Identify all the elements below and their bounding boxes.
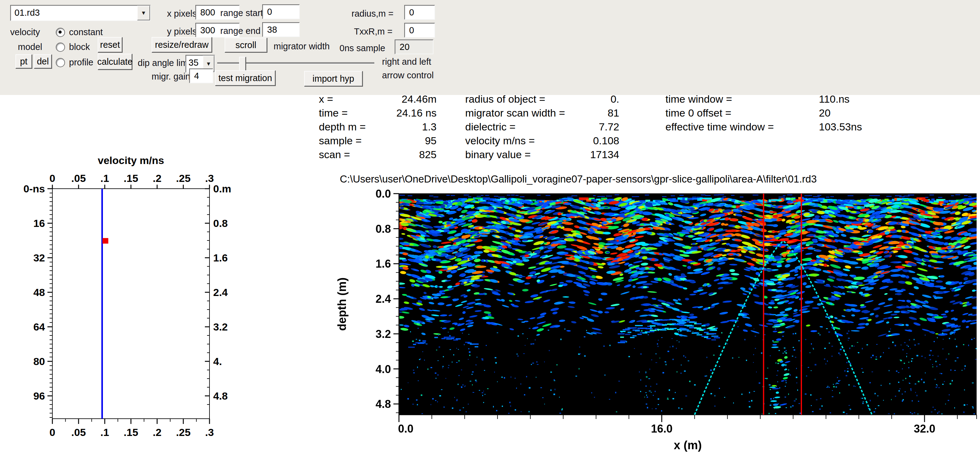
readout-column-2: radius of object =0.migrator scan width … [465,93,619,163]
tick-label: 32 [33,252,45,264]
tick-label: .05 [71,426,86,438]
readout-label: depth m = [319,121,396,135]
tick-label: 0.8 [213,217,228,229]
file-select-dropdown-icon[interactable]: ▼ [137,6,150,20]
readout-label: dielectric = [465,121,589,135]
tick-label: 0.m [213,183,231,195]
readout-value: 0.108 [589,135,619,149]
readout-label: binary value = [465,149,589,163]
tick-label: 2.4 [213,286,228,298]
control-panel: 01.rd3 ▼ velocity constant model block r… [0,0,980,95]
radio-block-label[interactable]: block [69,42,90,52]
range-start-input[interactable] [262,4,300,19]
pt-button[interactable]: pt [15,54,32,69]
readout-label: time 0 offset = [665,107,819,121]
velplot-frame [52,189,210,419]
readout-column-3: time window =110.nstime 0 offset =20effe… [665,93,862,135]
range-end-label: range end [220,26,261,36]
migrator-width-label: migrator width [274,41,329,51]
velocity-plot[interactable]: velocity m/ns00.05.05.1.1.15.15.2.2.25.2… [0,145,240,453]
readout-column-1: x =24.46mtime =24.16 nsdepth m =1.3sampl… [319,93,436,163]
tick-label: 1.6 [213,252,228,264]
readout-row: time window =110.ns [665,93,862,107]
readout-row: time =24.16 ns [319,107,436,121]
slider-note-line2: arrow control [382,70,434,80]
radargram-title: C:\Users\user\OneDrive\Desktop\Gallipoli… [340,173,817,185]
velplot-title: velocity m/ns [98,155,164,166]
tick-label: .25 [176,172,190,184]
radio-block[interactable] [56,43,65,52]
radio-profile[interactable] [56,58,65,67]
txxr-label: TxxR,m = [354,27,393,37]
readout-row: velocity m/ns =0.108 [465,135,619,149]
readout-value: 24.16 ns [396,107,436,121]
readout-value: 17134 [589,149,619,163]
test-migration-button[interactable]: test migration [215,70,275,86]
calculate-button[interactable]: calculate [98,54,132,70]
readout-label: time = [319,107,396,121]
tick-label: 64 [33,321,45,333]
range-start-label: range start [220,8,263,18]
tick-label: 0 [49,172,56,184]
readout-row: scan =825 [319,149,436,163]
tick-label: 0.0 [398,422,414,435]
readout-value: 1.3 [396,121,436,135]
tick-label: 0.8 [375,223,391,235]
migrator-width-slider-thumb[interactable] [239,57,246,71]
migr-gain-label: migr. gain [151,72,190,82]
txxr-input[interactable] [404,23,435,38]
x-axis-title: x (m) [674,439,702,452]
y-axis-title: depth (m) [336,278,348,331]
radio-constant[interactable] [56,28,65,37]
radio-constant-label[interactable]: constant [69,27,103,37]
del-button[interactable]: del [34,54,52,69]
readout-row: depth m =1.3 [319,121,436,135]
tick-label: 0.0 [375,187,391,200]
ons-sample-label: 0ns sample [339,43,385,53]
file-select[interactable]: 01.rd3 ▼ [10,5,151,21]
tick-label: .15 [124,426,138,438]
ons-sample-field[interactable] [395,40,433,54]
readout-row: sample =95 [319,135,436,149]
readout-row: radius of object =0. [465,93,619,107]
tick-label: .2 [153,426,161,438]
range-end-input[interactable] [262,22,300,37]
tick-label: 4.0 [375,363,391,375]
readout-row: binary value =17134 [465,149,619,163]
tick-label: 16.0 [651,422,673,435]
velocity-label: velocity [10,27,40,37]
file-select-value: 01.rd3 [11,6,137,20]
reset-button[interactable]: reset [98,37,122,53]
readout-row: x =24.46m [319,93,436,107]
tick-label: 3.2 [213,321,228,333]
tick-label: 2.4 [375,292,391,305]
import-hyp-button[interactable]: import hyp [304,71,363,86]
slider-note-line1: right and left [382,57,431,67]
tick-label: 96 [33,390,45,402]
tick-label: .2 [153,172,161,184]
readout-row: migrator scan width =81 [465,107,619,121]
radio-profile-label[interactable]: profile [69,58,93,67]
tick-label: 0 [49,426,56,438]
readout-value: 103.53ns [819,121,862,135]
tick-label: .25 [176,426,190,438]
tick-label: 0-ns [24,183,45,195]
resize-redraw-button[interactable]: resize/redraw [151,37,212,53]
tick-label: .05 [71,172,86,184]
tick-label: .3 [205,172,214,184]
radius-input[interactable] [404,5,435,20]
tick-label: .15 [124,172,138,184]
readout-label: sample = [319,135,396,149]
tick-label: 4.8 [213,390,228,402]
readout-value: 825 [396,149,436,163]
readout-label: effective time window = [665,121,819,135]
tick-label: 48 [33,286,45,298]
migr-gain-input[interactable] [189,69,213,83]
radius-label: radius,m = [352,9,393,19]
tick-label: 80 [33,356,45,367]
tick-label: .3 [205,426,214,438]
radargram-image[interactable] [399,193,977,415]
readout-label: migrator scan width = [465,107,589,121]
tick-label: 4. [213,356,222,367]
scroll-button[interactable]: scroll [224,38,267,53]
